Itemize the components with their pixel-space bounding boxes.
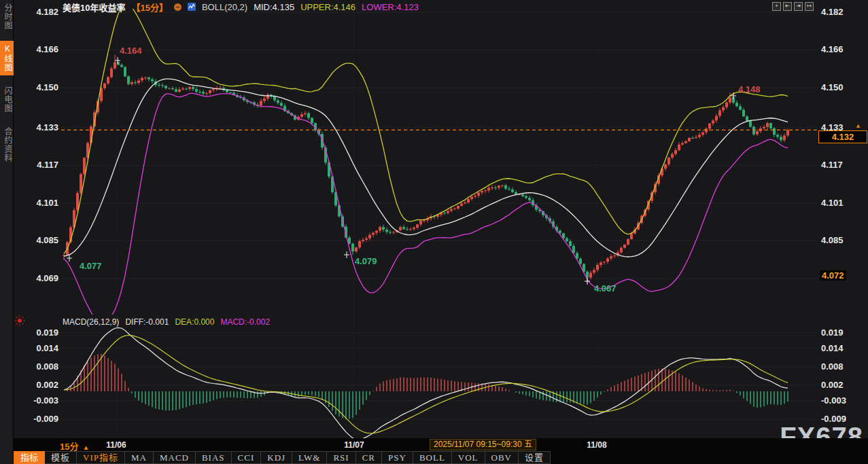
- sidebar-tab-合约资料[interactable]: 合约资料: [0, 124, 14, 166]
- interval-up-arrow-icon: ▲: [82, 444, 89, 451]
- chart-tool-icons: +⇤⇥↦: [772, 2, 814, 11]
- toolbar-button-PSY[interactable]: PSY: [382, 451, 413, 464]
- macd-dea-value: DEA:0.000: [175, 317, 214, 327]
- svg-text:4.182: 4.182: [36, 7, 58, 17]
- svg-text:4.166: 4.166: [821, 44, 844, 54]
- svg-text:0.019: 0.019: [36, 327, 58, 338]
- sidebar-tab-K线图[interactable]: K线图: [0, 41, 14, 75]
- svg-text:4.077: 4.077: [80, 261, 102, 271]
- svg-text:-0.003: -0.003: [821, 395, 846, 406]
- session-low-tag: 4.072: [820, 270, 846, 281]
- svg-text:0.008: 0.008: [821, 361, 844, 372]
- svg-text:4.148: 4.148: [738, 84, 761, 94]
- toolbar-button-BOLL[interactable]: BOLL: [413, 451, 452, 464]
- toolbar-button-KDJ[interactable]: KDJ: [261, 451, 292, 464]
- svg-text:0.019: 0.019: [821, 327, 844, 338]
- toolbar-button-BIAS[interactable]: BIAS: [196, 451, 232, 464]
- toolbar-button-RSI[interactable]: RSI: [327, 451, 355, 464]
- instrument-title: 美债10年收益率: [63, 1, 125, 14]
- toolbar-button-OBV[interactable]: OBV: [485, 451, 519, 464]
- toolbar-button-CCI[interactable]: CCI: [232, 451, 262, 464]
- x-axis-label: 11/07: [344, 440, 364, 450]
- boll-upper-line: [64, 3, 788, 254]
- toolbar-button-MA[interactable]: MA: [125, 451, 154, 464]
- toolbar-button-指标[interactable]: 指标: [14, 451, 45, 464]
- chart-header: 美债10年收益率【15分】 – BOLL(20,2) MID:4.135 UPP…: [63, 1, 419, 12]
- svg-text:4.150: 4.150: [36, 82, 58, 92]
- svg-text:4.101: 4.101: [36, 198, 58, 208]
- svg-text:4.101: 4.101: [821, 198, 844, 208]
- chart-type-sidebar: 分时图K线图闪电图合约资料: [0, 0, 14, 464]
- candles-layer: [63, 54, 789, 283]
- macd-histogram-layer: [64, 354, 788, 419]
- scroll-left-icon[interactable]: ⇤: [783, 2, 792, 11]
- toolbar-button-设置[interactable]: 设置: [519, 451, 551, 464]
- macd-diff-value: DIFF:-0.001: [125, 317, 169, 327]
- price-up-arrow-icon: ▲: [855, 122, 861, 129]
- boll-upper-value: UPPER:4.146: [300, 2, 355, 12]
- svg-text:4.117: 4.117: [821, 160, 843, 170]
- x-axis-label: 11/08: [587, 440, 606, 450]
- time-axis-row: 15分▲ 2025/11/07 09:15~09:30 五 11/0611/07…: [14, 438, 868, 452]
- minus-circle-icon[interactable]: –: [174, 3, 181, 11]
- toolbar-button-LW&[interactable]: LW&: [292, 451, 327, 464]
- svg-text:-0.009: -0.009: [33, 414, 58, 424]
- macd-header: MACD(26,12,9) DIFF:-0.001 DEA:0.000 MACD…: [63, 317, 270, 327]
- indicator-chart-icon: [188, 3, 196, 11]
- svg-text:4.085: 4.085: [36, 235, 58, 245]
- toolbar-button-CR[interactable]: CR: [356, 451, 382, 464]
- current-price-tag: 4.132: [818, 130, 867, 143]
- time-range-tooltip: 2025/11/07 09:15~09:30 五: [430, 439, 536, 450]
- indicator-settings-sun-icon[interactable]: [14, 315, 25, 326]
- svg-text:4.164: 4.164: [120, 46, 142, 56]
- scroll-right-icon[interactable]: ⇥: [794, 2, 803, 11]
- boll-params-label: BOLL(20,2): [202, 2, 247, 12]
- boll-mid-value: MID:4.135: [254, 2, 294, 12]
- svg-text:4.069: 4.069: [36, 273, 58, 283]
- x-axis-label: 11/06: [106, 440, 126, 450]
- toolbar-button-VIP指标[interactable]: VIP指标: [77, 451, 125, 464]
- shift-right-icon[interactable]: ↦: [805, 2, 814, 11]
- svg-text:0.014: 0.014: [821, 343, 844, 353]
- boll-bands-layer: [64, 3, 788, 323]
- toolbar-button-VOL[interactable]: VOL: [452, 451, 485, 464]
- boll-mid-line: [64, 79, 788, 257]
- svg-text:4.166: 4.166: [36, 44, 58, 54]
- price-chart-canvas[interactable]: 4.1824.1824.1664.1664.1504.1504.1334.133…: [0, 0, 868, 464]
- toolbar-button-模板[interactable]: 模板: [45, 451, 77, 464]
- svg-text:4.085: 4.085: [821, 235, 844, 245]
- svg-text:4.133: 4.133: [36, 122, 58, 132]
- annotations-layer: 4.1644.1484.0774.0794.067: [67, 46, 761, 293]
- indicator-toolbar: 指标模板VIP指标MAMACDBIASCCIKDJLW&RSICRPSYBOLL…: [14, 451, 868, 464]
- svg-text:0.002: 0.002: [821, 380, 844, 390]
- grid-layer: [61, 12, 818, 435]
- svg-text:0.002: 0.002: [36, 380, 58, 390]
- svg-text:0.008: 0.008: [36, 361, 58, 372]
- macd-params-label: MACD(26,12,9): [63, 317, 119, 327]
- svg-text:4.067: 4.067: [594, 283, 617, 293]
- trading-terminal-window: 4.1824.1824.1664.1664.1504.1504.1334.133…: [0, 0, 868, 464]
- interval-tag: 【15分】: [131, 1, 167, 14]
- boll-lower-value: LOWER:4.123: [362, 2, 419, 12]
- sidebar-tab-闪电图[interactable]: 闪电图: [0, 83, 14, 116]
- sidebar-tab-分时图[interactable]: 分时图: [0, 0, 14, 33]
- svg-text:4.117: 4.117: [37, 160, 58, 170]
- svg-text:4.182: 4.182: [821, 7, 844, 17]
- svg-text:0.014: 0.014: [36, 343, 58, 353]
- svg-text:4.150: 4.150: [821, 82, 844, 92]
- axis-labels-layer: 4.1824.1824.1664.1664.1504.1504.1334.133…: [33, 7, 846, 424]
- crosshair-icon[interactable]: +: [772, 2, 781, 11]
- svg-text:4.079: 4.079: [355, 256, 377, 266]
- toolbar-button-MACD[interactable]: MACD: [154, 451, 196, 464]
- svg-text:-0.003: -0.003: [33, 395, 58, 406]
- macd-macd-value: MACD:-0.002: [220, 317, 270, 327]
